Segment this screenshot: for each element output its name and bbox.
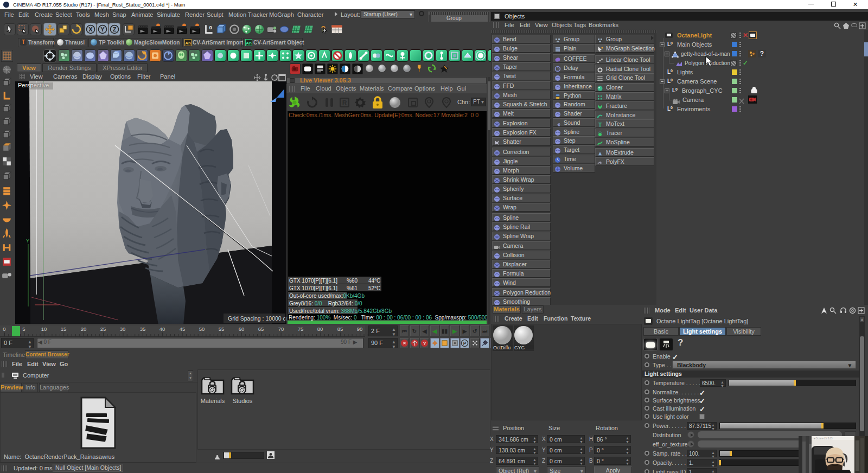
svg-text:80: 80 [317,326,323,332]
svg-text:30: 30 [120,326,126,332]
svg-text:T: T [598,122,602,128]
svg-text:Grid Spacing : 10000 cm: Grid Spacing : 10000 cm [228,315,286,322]
svg-text:90: 90 [357,326,363,332]
svg-text:45: 45 [180,326,186,332]
svg-text:35: 35 [140,326,146,332]
svg-text:Z: Z [113,26,117,33]
svg-text:85: 85 [337,326,343,332]
svg-text:25: 25 [100,326,106,332]
svg-text:10: 10 [41,326,47,332]
svg-text:40: 40 [159,326,165,332]
svg-text:65: 65 [258,326,264,332]
svg-text:55: 55 [219,326,225,332]
svg-text:70: 70 [278,326,284,332]
svg-text:Y: Y [26,238,29,244]
svg-text:R: R [342,99,347,107]
svg-text:20: 20 [81,326,87,332]
svg-text:60: 60 [239,326,245,332]
svg-text:50: 50 [199,326,205,332]
svg-text:P: P [463,341,467,346]
svg-text:Y: Y [100,26,105,33]
svg-text:5: 5 [22,326,25,332]
svg-text:X: X [88,26,93,33]
svg-text:15: 15 [61,326,67,332]
svg-text:⏺ Octane LV 3.05: ⏺ Octane LV 3.05 [814,437,833,440]
svg-text:0: 0 [209,24,213,30]
svg-text:75: 75 [298,326,304,332]
svg-text:0: 0 [3,326,5,332]
svg-text:?: ? [423,341,426,346]
